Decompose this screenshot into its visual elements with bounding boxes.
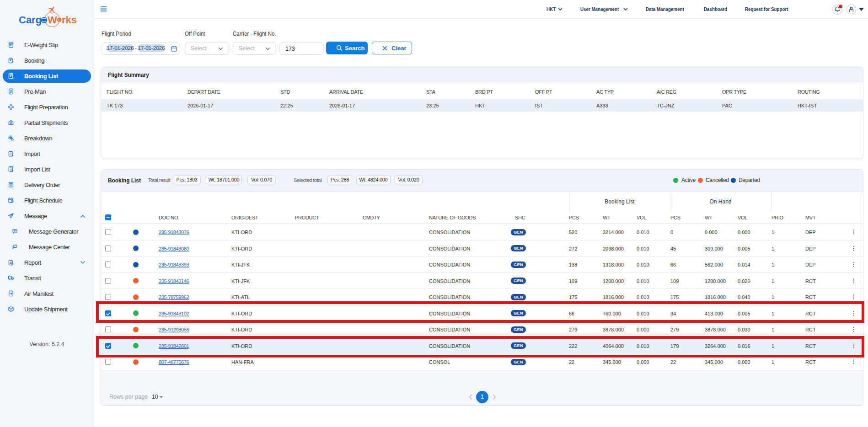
svg-text:W: W	[48, 14, 57, 26]
svg-text:rks: rks	[62, 14, 77, 26]
svg-text:Carg: Carg	[19, 14, 42, 26]
